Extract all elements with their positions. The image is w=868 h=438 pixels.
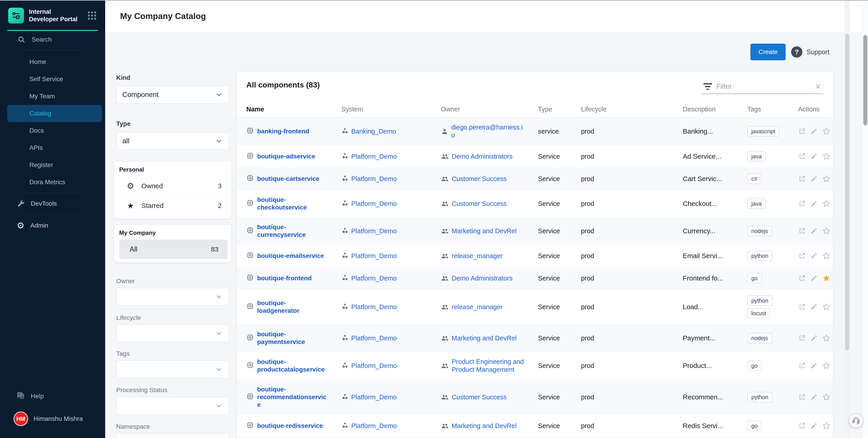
open-in-new-icon[interactable] (798, 274, 806, 282)
component-name-link[interactable]: boutique-redisservice (257, 422, 323, 430)
edit-icon[interactable] (810, 394, 817, 401)
open-in-new-icon[interactable] (798, 334, 806, 342)
system-link[interactable]: Platform_Demo (351, 303, 397, 311)
owned-filter[interactable]: ⚙ Owned 3 (119, 176, 227, 196)
column-header-name[interactable]: Name (246, 106, 341, 113)
processing-status-select[interactable] (116, 397, 229, 414)
component-name-link[interactable]: boutique-productcatalogservice (257, 358, 328, 373)
edit-icon[interactable] (810, 153, 817, 160)
sidebar-item-apis[interactable]: APIs (0, 139, 105, 157)
clear-filter-icon[interactable]: ✕ (815, 82, 822, 91)
component-name-link[interactable]: boutique-adservice (257, 153, 315, 160)
open-in-new-icon[interactable] (798, 227, 806, 235)
owner-link[interactable]: Product Engineering and Product Manageme… (452, 358, 527, 374)
open-in-new-icon[interactable] (798, 303, 806, 311)
star-icon[interactable] (822, 393, 831, 401)
open-in-new-icon[interactable] (798, 252, 806, 260)
sidebar-item-self-service[interactable]: Self Service (0, 70, 105, 88)
edit-icon[interactable] (810, 362, 817, 369)
owner-link[interactable]: Customer Success (452, 175, 506, 183)
column-header-system[interactable]: System (341, 106, 441, 113)
owner-link[interactable]: Demo Administrators (452, 274, 513, 282)
namespace-select[interactable] (116, 434, 229, 438)
component-name-link[interactable]: boutique-recommendationservice (257, 385, 328, 409)
column-header-lifecycle[interactable]: Lifecycle (581, 106, 683, 113)
owner-link[interactable]: Marketing and DevRel (452, 227, 517, 235)
system-link[interactable]: Platform_Demo (351, 227, 397, 235)
edit-icon[interactable] (810, 303, 817, 310)
open-in-new-icon[interactable] (798, 362, 806, 370)
star-icon[interactable] (822, 127, 831, 136)
create-button[interactable]: Create (750, 44, 786, 60)
component-name-link[interactable]: boutique-emailservice (257, 252, 324, 260)
open-in-new-icon[interactable] (798, 422, 806, 430)
component-name-link[interactable]: boutique-cartservice (257, 175, 319, 182)
owner-link[interactable]: diego.pereira@harness.io (451, 124, 526, 139)
column-header-type[interactable]: Type (538, 106, 581, 113)
apps-grid-icon[interactable] (86, 9, 98, 22)
edit-icon[interactable] (810, 252, 817, 260)
sidebar-search[interactable]: Search (0, 31, 105, 48)
sidebar-item-docs[interactable]: Docs (0, 122, 105, 139)
open-in-new-icon[interactable] (798, 200, 806, 207)
component-name-link[interactable]: boutique-frontend (257, 274, 312, 282)
system-link[interactable]: Platform_Demo (351, 362, 397, 370)
edit-icon[interactable] (810, 227, 817, 235)
all-filter[interactable]: All 83 (119, 240, 227, 259)
column-header-tags[interactable]: Tags (747, 106, 798, 113)
system-link[interactable]: Platform_Demo (351, 334, 397, 342)
system-link[interactable]: Banking_Demo (351, 128, 396, 135)
owner-link[interactable]: Customer Success (452, 200, 506, 208)
user-menu[interactable]: HM Himanshu Mishra (0, 406, 105, 431)
star-icon[interactable] (822, 227, 831, 235)
content-scrollbar[interactable] (844, 0, 850, 438)
support-button[interactable]: ? Support (791, 46, 830, 58)
open-in-new-icon[interactable] (798, 175, 806, 182)
edit-icon[interactable] (810, 128, 817, 135)
edit-icon[interactable] (810, 422, 817, 429)
column-header-description[interactable]: Description (683, 106, 747, 113)
system-link[interactable]: Platform_Demo (351, 393, 397, 401)
edit-icon[interactable] (810, 335, 817, 342)
owner-select[interactable] (116, 288, 229, 306)
component-name-link[interactable]: boutique-paymentservice (257, 330, 328, 346)
star-icon[interactable] (822, 199, 831, 208)
support-widget-button[interactable] (848, 413, 864, 428)
system-link[interactable]: Platform_Demo (351, 153, 397, 161)
owner-link[interactable]: Customer Success (452, 393, 506, 401)
edit-icon[interactable] (810, 275, 817, 282)
sidebar-item-devtools[interactable]: DevTools (0, 195, 105, 213)
sidebar-item-dora-metrics[interactable]: Dora Metrics (0, 174, 105, 191)
owner-link[interactable]: release_manager (452, 303, 503, 311)
star-filled-icon[interactable] (822, 274, 831, 282)
lifecycle-select[interactable] (116, 325, 229, 342)
component-name-link[interactable]: banking-frontend (257, 128, 309, 135)
sidebar-item-home[interactable]: Home (0, 53, 105, 70)
kind-select[interactable]: Component (116, 86, 229, 103)
sidebar-item-admin[interactable]: ⚙ Admin (0, 216, 105, 235)
sidebar-item-catalog[interactable]: Catalog (7, 105, 102, 122)
owner-link[interactable]: Marketing and DevRel (452, 422, 517, 430)
sidebar-item-my-team[interactable]: My Team (0, 88, 105, 105)
component-name-link[interactable]: boutique-currencyservice (257, 223, 328, 239)
content-scrollbar-thumb[interactable] (845, 34, 849, 350)
system-link[interactable]: Platform_Demo (351, 422, 397, 430)
component-name-link[interactable]: boutique-checkoutservice (257, 196, 328, 211)
star-icon[interactable] (822, 251, 831, 260)
edit-icon[interactable] (810, 175, 817, 182)
system-link[interactable]: Platform_Demo (351, 175, 397, 183)
star-icon[interactable] (822, 334, 831, 342)
starred-filter[interactable]: ★ Starred 2 (119, 196, 227, 215)
star-icon[interactable] (822, 303, 831, 311)
star-icon[interactable] (822, 361, 831, 370)
system-link[interactable]: Platform_Demo (351, 252, 397, 260)
system-link[interactable]: Platform_Demo (351, 274, 397, 282)
open-in-new-icon[interactable] (798, 393, 806, 401)
star-icon[interactable] (822, 422, 831, 430)
owner-link[interactable]: Demo Administrators (452, 153, 513, 161)
tags-select[interactable] (116, 361, 229, 378)
component-name-link[interactable]: boutique-loadgenerator (257, 299, 328, 314)
window-scrollbar[interactable] (862, 0, 868, 438)
star-icon[interactable] (822, 174, 831, 183)
sidebar-item-register[interactable]: Register (0, 157, 105, 174)
